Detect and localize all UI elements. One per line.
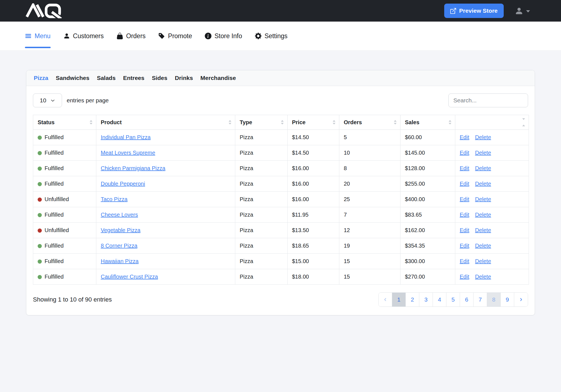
column-header-price[interactable]: Price — [288, 115, 339, 130]
pagination-page-4[interactable]: 4 — [433, 293, 446, 307]
delete-link[interactable]: Delete — [475, 212, 491, 218]
delete-link[interactable]: Delete — [475, 258, 491, 264]
brand-logo-icon — [25, 3, 63, 18]
delete-link[interactable]: Delete — [475, 196, 491, 202]
price-cell: $11.95 — [288, 207, 339, 223]
column-header-product[interactable]: Product — [96, 115, 235, 130]
edit-link[interactable]: Edit — [460, 181, 469, 187]
actions-cell: EditDelete — [455, 223, 529, 238]
preview-store-button[interactable]: Preview Store — [444, 4, 504, 18]
table-row: FulfilledChicken Parmigiana PizzaPizza$1… — [33, 161, 529, 176]
pagination-page-5[interactable]: 5 — [446, 293, 460, 307]
external-link-icon — [450, 8, 456, 14]
tab-merchandise[interactable]: Merchandise — [200, 75, 236, 81]
status-label: Fulfilled — [45, 165, 64, 171]
column-header-actions[interactable] — [455, 115, 529, 130]
pagination-page-8[interactable]: 8 — [487, 293, 501, 307]
column-label: Status — [38, 119, 55, 125]
column-header-orders[interactable]: Orders — [339, 115, 400, 130]
delete-link[interactable]: Delete — [475, 181, 491, 187]
edit-link[interactable]: Edit — [460, 227, 469, 233]
nav-item-promote[interactable]: Promote — [158, 32, 192, 40]
delete-link[interactable]: Delete — [475, 134, 491, 140]
status-cell: Fulfilled — [33, 161, 96, 176]
chevron-down-icon — [50, 98, 55, 103]
edit-link[interactable]: Edit — [460, 134, 469, 140]
orders-cell: 20 — [339, 176, 400, 192]
type-cell: Pizza — [235, 130, 288, 145]
table-controls: 10 entries per page — [33, 94, 528, 107]
orders-cell: 25 — [339, 192, 400, 207]
tab-entrees[interactable]: Entrees — [123, 75, 144, 81]
search-input[interactable] — [448, 94, 528, 107]
sort-icon — [394, 120, 397, 124]
pagination-page-3[interactable]: 3 — [419, 293, 433, 307]
pagination-page-2[interactable]: 2 — [406, 293, 419, 307]
delete-link[interactable]: Delete — [475, 227, 491, 233]
tab-pizza[interactable]: Pizza — [34, 75, 48, 81]
bag-icon — [117, 33, 123, 39]
pagination-page-9[interactable]: 9 — [501, 293, 514, 307]
nav-item-customers[interactable]: Customers — [63, 32, 104, 40]
pagination-prev[interactable]: ‹ — [379, 293, 392, 307]
edit-link[interactable]: Edit — [460, 274, 469, 280]
edit-link[interactable]: Edit — [460, 258, 469, 264]
product-link[interactable]: Vegetable Pizza — [101, 227, 140, 233]
product-link[interactable]: Chicken Parmigiana Pizza — [101, 165, 165, 171]
delete-link[interactable]: Delete — [475, 243, 491, 249]
status-dot-icon — [38, 275, 42, 279]
nav-item-menu[interactable]: Menu — [25, 32, 51, 40]
edit-link[interactable]: Edit — [460, 212, 469, 218]
type-cell: Pizza — [235, 176, 288, 192]
edit-link[interactable]: Edit — [460, 196, 469, 202]
pagination-page-7[interactable]: 7 — [474, 293, 487, 307]
delete-link[interactable]: Delete — [475, 150, 491, 156]
actions-cell: EditDelete — [455, 207, 529, 223]
column-header-status[interactable]: Status — [33, 115, 96, 130]
nav-item-label: Menu — [35, 32, 51, 40]
delete-link[interactable]: Delete — [475, 165, 491, 171]
product-link[interactable]: Cheese Lovers — [101, 212, 138, 218]
product-link[interactable]: Hawaiian Pizza — [101, 258, 139, 264]
entries-per-page-select[interactable]: 10 — [33, 94, 62, 107]
tab-salads[interactable]: Salads — [97, 75, 116, 81]
product-link[interactable]: Cauliflower Crust Pizza — [101, 274, 158, 280]
sort-icon — [281, 120, 284, 124]
nav-item-store-info[interactable]: Store Info — [205, 32, 242, 40]
nav-item-label: Customers — [73, 32, 104, 40]
pagination-next[interactable]: › — [514, 293, 528, 307]
status-dot-icon — [38, 151, 42, 155]
type-cell: Pizza — [235, 161, 288, 176]
column-header-sales[interactable]: Sales — [400, 115, 455, 130]
user-icon — [515, 7, 523, 15]
nav-item-settings[interactable]: Settings — [255, 32, 288, 40]
edit-link[interactable]: Edit — [460, 243, 469, 249]
entries-summary: Showing 1 to 10 of 90 entries — [33, 296, 112, 303]
brand-logo[interactable] — [25, 3, 63, 18]
tab-sides[interactable]: Sides — [152, 75, 167, 81]
table-row: FulfilledCheese LoversPizza$11.957$83.65… — [33, 207, 529, 223]
product-link[interactable]: Taco Pizza — [101, 196, 128, 202]
status-dot-icon — [38, 229, 42, 233]
status-dot-icon — [38, 213, 42, 217]
nav-item-orders[interactable]: Orders — [117, 32, 146, 40]
product-cell: Cheese Lovers — [96, 207, 235, 223]
product-link[interactable]: Individual Pan Pizza — [101, 134, 151, 140]
price-cell: $14.50 — [288, 145, 339, 161]
product-link[interactable]: 8 Corner Pizza — [101, 243, 137, 249]
delete-link[interactable]: Delete — [475, 274, 491, 280]
user-menu[interactable] — [515, 7, 530, 15]
pagination-page-1[interactable]: 1 — [392, 293, 406, 307]
status-label: Unfulfilled — [45, 227, 69, 233]
table-row: FulfilledCauliflower Crust PizzaPizza$18… — [33, 269, 529, 285]
tab-drinks[interactable]: Drinks — [175, 75, 193, 81]
edit-link[interactable]: Edit — [460, 150, 469, 156]
product-link[interactable]: Double Pepperoni — [101, 181, 145, 187]
sales-cell: $162.00 — [400, 223, 455, 238]
tab-sandwiches[interactable]: Sandwiches — [56, 75, 89, 81]
column-header-type[interactable]: Type — [235, 115, 288, 130]
pagination-page-6[interactable]: 6 — [460, 293, 474, 307]
status-cell: Fulfilled — [33, 130, 96, 145]
edit-link[interactable]: Edit — [460, 165, 469, 171]
product-link[interactable]: Meat Lovers Supreme — [101, 150, 155, 156]
